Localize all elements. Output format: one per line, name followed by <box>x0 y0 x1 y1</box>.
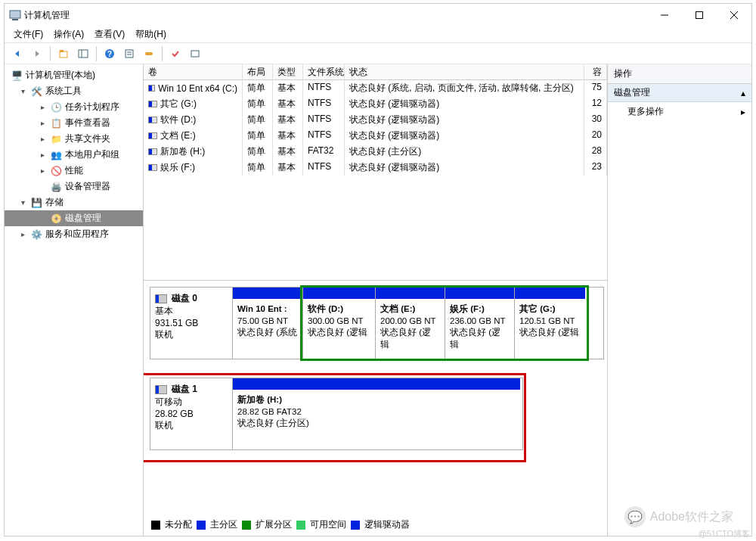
partition[interactable]: 软件 (D:)300.00 GB NT状态良好 (逻辑 <box>302 288 375 359</box>
close-button[interactable] <box>717 4 751 26</box>
clock-icon: 🕒 <box>50 101 62 113</box>
disk-0-label[interactable]: 磁盘 0 基本 931.51 GB 联机 <box>150 287 233 359</box>
volume-row[interactable]: 新加卷 (H:)简单基本FAT32状态良好 (主分区)28 <box>144 144 607 160</box>
tree-storage[interactable]: ▾💾存储 <box>5 194 143 210</box>
help-button[interactable]: ? <box>101 45 118 62</box>
disk-icon <box>155 294 167 303</box>
volume-bar-icon <box>148 132 157 139</box>
center-pane: 卷 布局 类型 文件系统 状态 容 Win 10 Ent x64 (C:)简单基… <box>144 64 608 536</box>
storage-icon: 💾 <box>30 197 42 209</box>
tree-device-manager[interactable]: ▸🖨️设备管理器 <box>5 179 143 194</box>
list-button[interactable] <box>187 45 203 62</box>
svg-rect-7 <box>60 50 64 52</box>
disk-1[interactable]: 磁盘 1 可移动 28.82 GB 联机 新加卷 (H:)28.82 GB FA… <box>150 378 607 450</box>
chevron-down-icon[interactable]: ▾ <box>18 87 27 96</box>
partition[interactable]: 新加卷 (H:)28.82 GB FAT32状态良好 (主分区) <box>233 378 520 449</box>
tree-disk-management[interactable]: ▸📀磁盘管理 <box>5 210 143 226</box>
users-icon: 👥 <box>50 149 62 161</box>
svg-rect-0 <box>10 11 20 18</box>
services-icon: ⚙️ <box>30 229 42 241</box>
volume-bar-icon <box>148 101 157 107</box>
collapse-icon: ▴ <box>741 88 745 98</box>
volume-bar-icon <box>148 85 155 92</box>
volume-bar-icon <box>148 117 157 123</box>
disk-icon <box>155 385 167 394</box>
tools-icon: 🛠️ <box>30 86 42 98</box>
volume-bar-icon <box>148 164 157 171</box>
actions-header: 操作 <box>608 64 751 84</box>
refresh-button[interactable] <box>141 45 157 62</box>
col-capacity[interactable]: 容 <box>584 64 607 80</box>
volume-list[interactable]: Win 10 Ent x64 (C:)简单基本NTFS状态良好 (系统, 启动,… <box>144 80 607 281</box>
chevron-right-icon[interactable]: ▸ <box>38 119 47 128</box>
computer-icon: 🖥️ <box>11 70 23 82</box>
chevron-right-icon[interactable]: ▸ <box>18 230 27 239</box>
tree-performance[interactable]: ▸🚫性能 <box>5 163 143 179</box>
folder-shared-icon: 📁 <box>50 133 62 145</box>
chevron-right-icon: ▸ <box>741 107 745 117</box>
tree-task-scheduler[interactable]: ▸🕒任务计划程序 <box>5 99 143 115</box>
forward-button[interactable] <box>29 45 45 62</box>
legend: 未分配 主分区 扩展分区 可用空间 逻辑驱动器 <box>151 518 410 531</box>
col-filesystem[interactable]: 文件系统 <box>303 64 345 80</box>
volume-row[interactable]: 娱乐 (F:)简单基本NTFS状态良好 (逻辑驱动器)23 <box>144 160 607 176</box>
svg-rect-3 <box>696 12 703 19</box>
chevron-right-icon[interactable]: ▸ <box>38 135 47 144</box>
chevron-right-icon[interactable]: ▸ <box>38 103 47 112</box>
menu-file[interactable]: 文件(F) <box>9 26 48 42</box>
properties-button[interactable] <box>121 45 138 62</box>
back-button[interactable] <box>9 45 26 62</box>
partition[interactable]: 文档 (E:)200.00 GB NT状态良好 (逻辑 <box>375 288 445 359</box>
svg-rect-15 <box>145 52 153 55</box>
event-icon: 📋 <box>50 117 62 129</box>
tree-event-viewer[interactable]: ▸📋事件查看器 <box>5 115 143 131</box>
window-title: 计算机管理 <box>24 9 70 22</box>
partition[interactable]: Win 10 Ent :75.00 GB NT状态良好 (系统 <box>233 288 302 359</box>
volume-row[interactable]: 其它 (G:)简单基本NTFS状态良好 (逻辑驱动器)12 <box>144 96 607 112</box>
maximize-button[interactable] <box>682 4 717 26</box>
volume-row[interactable]: 软件 (D:)简单基本NTFS状态良好 (逻辑驱动器)30 <box>144 112 607 128</box>
tree-system-tools[interactable]: ▾🛠️系统工具 <box>5 83 143 99</box>
chevron-right-icon[interactable]: ▸ <box>38 151 47 160</box>
device-icon: 🖨️ <box>50 181 62 193</box>
col-volume[interactable]: 卷 <box>144 64 243 80</box>
disk-graphic-area: 磁盘 0 基本 931.51 GB 联机 Win 10 Ent :75.00 G… <box>144 281 607 536</box>
titlebar: 计算机管理 <box>5 4 751 26</box>
svg-text:?: ? <box>107 50 112 58</box>
minimize-button[interactable] <box>647 4 682 26</box>
nav-tree: 🖥️计算机管理(本地) ▾🛠️系统工具 ▸🕒任务计划程序 ▸📋事件查看器 ▸📁共… <box>5 64 144 536</box>
col-type[interactable]: 类型 <box>273 64 303 80</box>
svg-rect-1 <box>12 19 18 20</box>
tree-local-users[interactable]: ▸👥本地用户和组 <box>5 147 143 163</box>
actions-section[interactable]: 磁盘管理▴ <box>608 84 751 102</box>
check-button[interactable] <box>167 45 184 62</box>
up-button[interactable] <box>55 45 72 62</box>
tree-root[interactable]: 🖥️计算机管理(本地) <box>5 67 143 83</box>
svg-rect-12 <box>125 50 133 58</box>
chevron-right-icon[interactable]: ▸ <box>38 166 47 176</box>
watermark: @51CTO博客 <box>699 528 750 539</box>
svg-rect-6 <box>60 51 67 58</box>
disk-0[interactable]: 磁盘 0 基本 931.51 GB 联机 Win 10 Ent :75.00 G… <box>150 287 604 359</box>
toolbar: ? <box>5 43 751 64</box>
menu-help[interactable]: 帮助(H) <box>131 26 171 42</box>
col-layout[interactable]: 布局 <box>243 64 273 80</box>
disk-0-partitions: Win 10 Ent :75.00 GB NT状态良好 (系统软件 (D:)30… <box>233 287 604 359</box>
col-status[interactable]: 状态 <box>345 64 584 80</box>
chevron-down-icon[interactable]: ▾ <box>18 198 27 207</box>
tree-services[interactable]: ▸⚙️服务和应用程序 <box>5 226 143 242</box>
tree-shared-folders[interactable]: ▸📁共享文件夹 <box>5 131 143 147</box>
volume-row[interactable]: Win 10 Ent x64 (C:)简单基本NTFS状态良好 (系统, 启动,… <box>144 80 607 96</box>
actions-more[interactable]: 更多操作▸ <box>608 102 751 121</box>
disk-1-label[interactable]: 磁盘 1 可移动 28.82 GB 联机 <box>150 378 233 450</box>
menu-view[interactable]: 查看(V) <box>90 26 129 42</box>
partition[interactable]: 娱乐 (F:)236.00 GB NT状态良好 (逻辑 <box>445 288 514 359</box>
actions-pane: 操作 磁盘管理▴ 更多操作▸ <box>608 64 751 536</box>
menubar: 文件(F) 操作(A) 查看(V) 帮助(H) <box>5 26 751 43</box>
volume-row[interactable]: 文档 (E:)简单基本NTFS状态良好 (逻辑驱动器)20 <box>144 128 607 144</box>
menu-action[interactable]: 操作(A) <box>49 26 88 42</box>
partition[interactable]: 其它 (G:)120.51 GB NT状态良好 (逻辑 <box>514 288 585 359</box>
volume-bar-icon <box>148 148 157 155</box>
volume-header: 卷 布局 类型 文件系统 状态 容 <box>144 64 607 80</box>
show-hide-tree-button[interactable] <box>75 45 91 62</box>
